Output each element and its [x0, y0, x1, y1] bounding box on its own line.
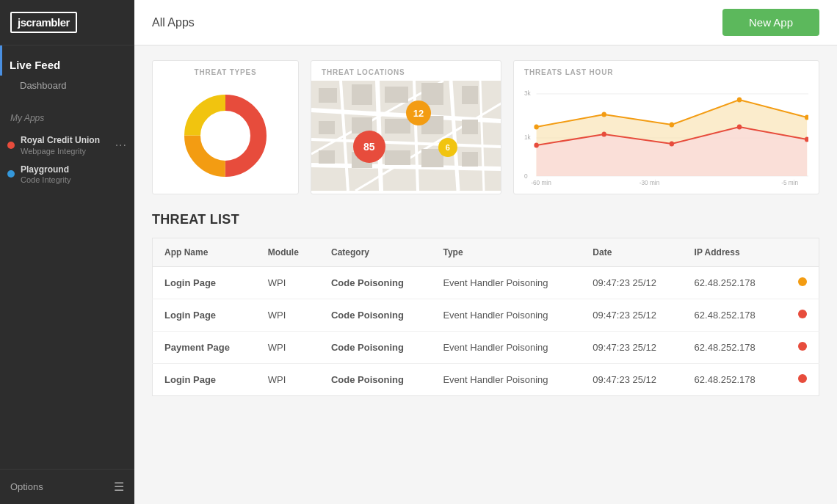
- sidebar-item-royal[interactable]: Royal Credit Union Webpage Integrity ···: [0, 129, 134, 158]
- map-area: 85 12 6: [311, 81, 501, 191]
- live-feed-nav-item[interactable]: Live Feed: [0, 45, 134, 76]
- svg-rect-29: [462, 152, 478, 167]
- royal-more-icon[interactable]: ···: [115, 139, 127, 152]
- svg-text:1k: 1k: [524, 134, 531, 141]
- cell-module: WPI: [256, 299, 319, 332]
- svg-point-41: [737, 98, 742, 103]
- cell-ip: 62.48.252.178: [683, 332, 781, 364]
- playground-sub: Code Integrity: [21, 175, 127, 184]
- svg-rect-15: [319, 88, 337, 103]
- royal-dot: [7, 142, 15, 149]
- playground-name: Playground: [21, 164, 127, 176]
- svg-rect-20: [319, 121, 335, 134]
- map-bubble-12: 12: [406, 101, 431, 125]
- svg-rect-25: [319, 150, 335, 164]
- cell-indicator: [781, 364, 819, 396]
- svg-text:-5 min: -5 min: [781, 179, 798, 186]
- threat-severity-dot: [798, 277, 807, 286]
- sidebar: jscrambler Live Feed Dashboard My Apps R…: [0, 0, 134, 504]
- threats-last-hour-widget: THREATS LAST HOUR 3k 1k 0: [513, 60, 819, 194]
- cell-type: Event Handler Poisoning: [431, 364, 581, 396]
- col-type: Type: [431, 238, 581, 267]
- live-feed-section: Live Feed Dashboard: [0, 45, 134, 101]
- cell-category: Code Poisoning: [319, 364, 431, 396]
- svg-text:-60 min: -60 min: [531, 179, 551, 186]
- cell-ip: 62.48.252.178: [683, 267, 781, 299]
- cell-module: WPI: [256, 267, 319, 299]
- playground-info: Playground Code Integrity: [21, 164, 127, 185]
- svg-text:3k: 3k: [524, 90, 531, 97]
- hamburger-icon[interactable]: ☰: [114, 480, 124, 494]
- threat-severity-dot: [798, 342, 807, 351]
- threat-table-body: Login Page WPI Code Poisoning Event Hand…: [153, 267, 819, 396]
- cell-date: 09:47:23 25/12: [581, 267, 682, 299]
- cell-ip: 62.48.252.178: [683, 299, 781, 332]
- cell-date: 09:47:23 25/12: [581, 332, 682, 364]
- logo-text: jscrambler: [18, 16, 70, 29]
- dashboard-link[interactable]: Dashboard: [0, 76, 134, 101]
- new-app-button[interactable]: New App: [722, 9, 819, 36]
- cell-category: Code Poisoning: [319, 267, 431, 299]
- cell-ip: 62.48.252.178: [683, 364, 781, 396]
- cell-app-name: Login Page: [153, 364, 256, 396]
- threat-severity-dot: [798, 374, 807, 383]
- svg-text:-30 min: -30 min: [639, 179, 660, 186]
- threats-last-hour-label: THREATS LAST HOUR: [514, 61, 819, 81]
- map-svg: [311, 81, 501, 191]
- threat-list-title: THREAT LIST: [152, 212, 819, 227]
- cell-indicator: [781, 267, 819, 299]
- royal-sub: Webpage Integrity: [21, 147, 115, 156]
- svg-rect-27: [385, 150, 410, 165]
- cell-module: WPI: [256, 332, 319, 364]
- svg-rect-22: [385, 119, 410, 134]
- svg-rect-16: [352, 84, 372, 105]
- options-area[interactable]: Options ☰: [0, 469, 134, 504]
- royal-name: Royal Credit Union: [21, 135, 115, 147]
- table-row[interactable]: Login Page WPI Code Poisoning Event Hand…: [153, 299, 819, 332]
- threat-types-label: THREAT TYPES: [184, 61, 267, 81]
- table-header-row: App Name Module Category Type Date IP Ad…: [153, 238, 819, 267]
- my-apps-section: My Apps Royal Credit Union Webpage Integ…: [0, 101, 134, 187]
- cell-module: WPI: [256, 364, 319, 396]
- logo-box: jscrambler: [10, 12, 77, 33]
- svg-point-40: [670, 123, 674, 128]
- table-row[interactable]: Login Page WPI Code Poisoning Event Hand…: [153, 364, 819, 396]
- svg-rect-24: [462, 120, 478, 134]
- svg-rect-17: [385, 87, 408, 103]
- threat-types-widget: THREAT TYPES: [152, 60, 299, 194]
- line-chart-svg: 3k 1k 0: [524, 87, 808, 186]
- donut-svg: [178, 88, 273, 183]
- cell-indicator: [781, 332, 819, 364]
- threat-locations-widget: THREAT LOCATIONS: [311, 60, 501, 194]
- col-indicator: [781, 238, 819, 267]
- svg-point-44: [602, 132, 606, 137]
- widgets-row: THREAT TYPES THREAT LOCATIONS: [152, 60, 819, 194]
- all-apps-title: All Apps: [152, 16, 195, 29]
- options-label: Options: [10, 481, 43, 492]
- table-row[interactable]: Payment Page WPI Code Poisoning Event Ha…: [153, 332, 819, 364]
- playground-dot: [7, 170, 15, 178]
- table-row[interactable]: Login Page WPI Code Poisoning Event Hand…: [153, 267, 819, 299]
- threat-locations-label: THREAT LOCATIONS: [311, 61, 501, 81]
- svg-point-46: [737, 125, 742, 130]
- map-bubble-6: 6: [438, 138, 457, 157]
- cell-type: Event Handler Poisoning: [431, 299, 581, 332]
- svg-text:0: 0: [524, 172, 528, 180]
- content-area: THREAT TYPES THREAT LOCATIONS: [134, 45, 837, 504]
- logo-area: jscrambler: [0, 0, 134, 45]
- col-app-name: App Name: [153, 238, 256, 267]
- line-chart-area: 3k 1k 0: [514, 81, 819, 191]
- royal-info: Royal Credit Union Webpage Integrity: [21, 135, 115, 156]
- svg-point-38: [534, 125, 538, 130]
- cell-date: 09:47:23 25/12: [581, 364, 682, 396]
- donut-chart: [178, 81, 273, 194]
- live-feed-title: Live Feed: [10, 59, 60, 71]
- col-module: Module: [256, 238, 319, 267]
- cell-app-name: Payment Page: [153, 332, 256, 364]
- sidebar-item-playground[interactable]: Playground Code Integrity: [0, 158, 134, 188]
- threat-table: App Name Module Category Type Date IP Ad…: [152, 238, 819, 396]
- my-apps-label: My Apps: [0, 109, 134, 129]
- cell-type: Event Handler Poisoning: [431, 267, 581, 299]
- col-category: Category: [319, 238, 431, 267]
- threat-list-section: THREAT LIST App Name Module Category Typ…: [152, 212, 819, 396]
